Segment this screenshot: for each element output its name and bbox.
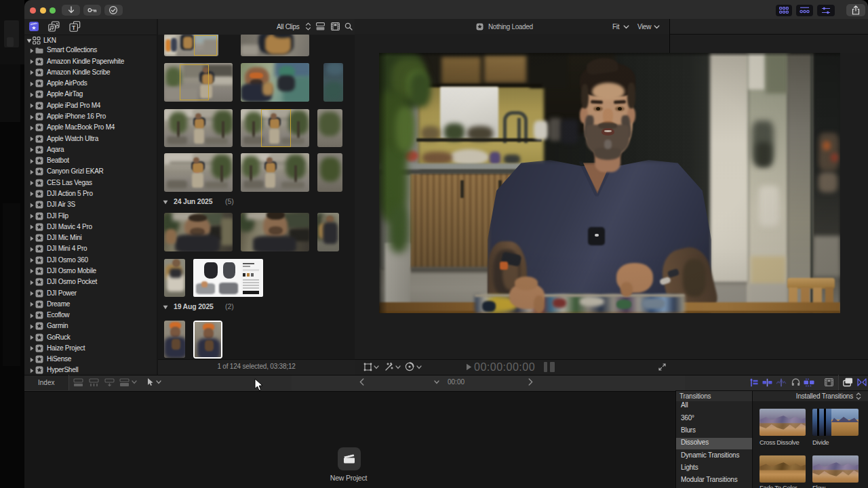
svg-text:T: T	[72, 24, 76, 31]
